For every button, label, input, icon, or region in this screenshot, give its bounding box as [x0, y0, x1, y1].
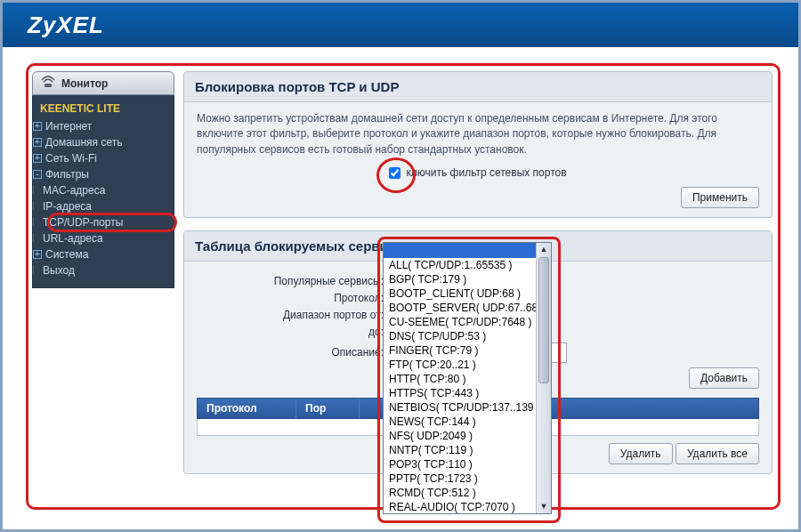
- app-header: ZyXEL: [3, 3, 798, 47]
- nav-url[interactable]: URL-адреса: [33, 230, 174, 246]
- monitor-label: Монитор: [61, 77, 108, 90]
- services-dropdown[interactable]: ALL( TCP/UDP:1..65535 )BGP( TCP:179 )BOO…: [383, 242, 552, 514]
- add-button[interactable]: Добавить: [689, 367, 759, 389]
- dropdown-option[interactable]: FINGER( TCP:79 ): [384, 343, 536, 358]
- label-to: до:: [197, 326, 391, 338]
- dropdown-option[interactable]: BOOTP_CLIENT( UDP:68 ): [384, 286, 536, 301]
- minus-icon: -: [33, 170, 42, 179]
- svg-rect-0: [44, 84, 52, 87]
- label-protocol: Протокол:: [197, 292, 391, 304]
- device-name: KEENETIC LITE: [33, 101, 174, 118]
- panel-description: Можно запретить устройствам домашней сет…: [197, 111, 759, 157]
- panel-title: Блокировка портов TCP и UDP: [184, 72, 772, 102]
- dropdown-option[interactable]: NNTP( TCP:119 ): [384, 443, 536, 457]
- dropdown-option[interactable]: PPTP( TCP:1723 ): [384, 472, 536, 486]
- nav-home-net[interactable]: +Домашняя сеть: [33, 134, 174, 150]
- checkbox-label: ключить фильтр сетевых портов: [406, 166, 566, 179]
- monitor-tab[interactable]: Монитор: [32, 71, 174, 95]
- nav-logout[interactable]: Выход: [33, 262, 174, 278]
- scroll-down-icon[interactable]: ▼: [537, 500, 551, 513]
- highlight-frame: Монитор KEENETIC LITE +Интернет +Домашня…: [26, 63, 781, 510]
- label-desc: Описание:: [197, 346, 391, 359]
- dropdown-option[interactable]: NETBIOS( TCP/UDP:137..139 ): [384, 400, 536, 415]
- wifi-router-icon: [40, 76, 56, 91]
- plus-icon: +: [33, 250, 42, 259]
- enable-filter-checkbox[interactable]: [389, 167, 400, 179]
- delete-button[interactable]: Удалить: [609, 443, 673, 464]
- dropdown-option[interactable]: NFS( UDP:2049 ): [384, 429, 536, 443]
- nav-system[interactable]: +Система: [33, 246, 174, 262]
- dropdown-option[interactable]: ALL( TCP/UDP:1..65535 ): [384, 258, 536, 272]
- label-from: Диапазон портов от:: [197, 309, 391, 321]
- dropdown-option[interactable]: DNS( TCP/UDP:53 ): [384, 329, 536, 343]
- col-port: Пор: [296, 399, 360, 418]
- plus-icon: +: [33, 138, 42, 147]
- apply-button[interactable]: Применить: [681, 187, 759, 208]
- nav-internet[interactable]: +Интернет: [33, 118, 174, 134]
- delete-all-button[interactable]: Удалить все: [676, 443, 759, 464]
- dropdown-option[interactable]: HTTPS( TCP:443 ): [384, 386, 536, 400]
- brand-logo: ZyXEL: [28, 12, 104, 39]
- sidebar-nav: KEENETIC LITE +Интернет +Домашняя сеть +…: [32, 95, 174, 288]
- nav-tcp-udp[interactable]: TCP/UDP-порты: [33, 214, 174, 230]
- plus-icon: +: [33, 154, 42, 163]
- dropdown-option[interactable]: BGP( TCP:179 ): [384, 272, 536, 286]
- scroll-up-icon[interactable]: ▲: [537, 243, 551, 256]
- label-popular: Популярные сервисы:: [197, 275, 391, 287]
- plus-icon: +: [33, 122, 42, 131]
- scrollbar[interactable]: ▲ ▼: [536, 243, 551, 513]
- dropdown-option[interactable]: CU-SEEME( TCP/UDP:7648 ): [384, 315, 536, 329]
- dropdown-option[interactable]: [384, 243, 536, 258]
- port-block-panel: Блокировка портов TCP и UDP Можно запрет…: [183, 71, 773, 218]
- dropdown-option[interactable]: NEWS( TCP:144 ): [384, 415, 536, 429]
- dropdown-option[interactable]: RCMD( TCP:512 ): [384, 486, 536, 500]
- nav-wifi[interactable]: +Сеть Wi-Fi: [33, 150, 174, 166]
- dropdown-option[interactable]: BOOTP_SERVER( UDP:67..68 ): [384, 301, 536, 315]
- nav-mac[interactable]: MAC-адреса: [33, 182, 174, 198]
- dropdown-option[interactable]: HTTP( TCP:80 ): [384, 372, 536, 386]
- nav-ip[interactable]: IP-адреса: [33, 198, 174, 214]
- dropdown-list[interactable]: ALL( TCP/UDP:1..65535 )BGP( TCP:179 )BOO…: [384, 243, 536, 513]
- dropdown-option[interactable]: POP3( TCP:110 ): [384, 457, 536, 472]
- dropdown-option[interactable]: REAL-AUDIO( TCP:7070 ): [384, 500, 536, 513]
- scroll-thumb[interactable]: [538, 257, 549, 383]
- main-content: Блокировка портов TCP и UDP Можно запрет…: [183, 71, 773, 502]
- dropdown-option[interactable]: FTP( TCP:20..21 ): [384, 358, 536, 372]
- col-protocol: Протокол: [198, 399, 296, 418]
- nav-filters[interactable]: -Фильтры: [33, 166, 174, 182]
